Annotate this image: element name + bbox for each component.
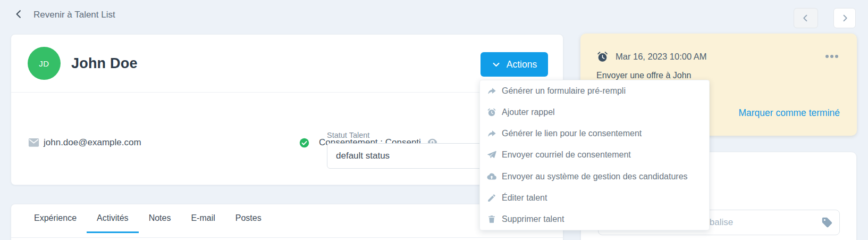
back-link[interactable]: Revenir à Talent List — [14, 9, 115, 21]
actions-menu-item[interactable]: Générer un formulaire pré-rempli — [480, 80, 709, 102]
next-talent-button[interactable] — [833, 8, 856, 28]
tab-activites[interactable]: Activités — [87, 204, 139, 233]
tab-label: Notes — [149, 213, 171, 223]
actions-button[interactable]: Actions — [481, 52, 548, 77]
back-link-label: Revenir à Talent List — [33, 10, 115, 20]
actions-menu-item[interactable]: Éditer talent — [480, 187, 709, 209]
reminder-datetime: Mar 16, 2023 10:00 AM — [616, 52, 707, 62]
tab-e-mail[interactable]: E-mail — [181, 204, 225, 233]
chevron-left-icon — [14, 9, 24, 21]
mark-complete-link[interactable]: Marquer comme terminé — [738, 107, 840, 119]
alarm-icon — [487, 107, 496, 117]
reminder-title: Envoyer une offre à John — [596, 71, 692, 80]
cloud-upload-icon — [487, 172, 496, 181]
email-row: john.doe@example.com — [28, 136, 141, 149]
actions-menu-item[interactable]: Générer le lien pour le consentement — [480, 123, 709, 144]
previous-talent-button[interactable] — [794, 8, 818, 28]
share-icon — [487, 86, 496, 96]
actions-button-label: Actions — [507, 59, 537, 70]
reminder-header: Mar 16, 2023 10:00 AM — [596, 51, 707, 63]
pencil-icon — [487, 193, 496, 203]
tab-label: E-mail — [191, 213, 215, 223]
chevron-right-icon — [840, 13, 849, 23]
actions-menu-item[interactable]: Supprimer talent — [480, 209, 709, 230]
status-field-label: Statut Talent — [327, 131, 369, 139]
tab-postes[interactable]: Postes — [225, 204, 272, 233]
talent-detail-page: Revenir à Talent List JD John Doe Action… — [0, 0, 868, 240]
actions-menu-item[interactable]: Envoyer au système de gestion des candid… — [480, 166, 709, 187]
tab-notes[interactable]: Notes — [139, 204, 181, 233]
check-circle-icon — [299, 138, 309, 148]
envelope-icon — [28, 138, 39, 147]
tab-experience[interactable]: Expérience — [24, 204, 87, 233]
chevron-down-icon — [492, 60, 501, 69]
avatar-initials: JD — [39, 59, 49, 68]
tab-label: Expérience — [34, 213, 77, 223]
ellipsis-menu-icon[interactable] — [825, 53, 839, 60]
alarm-icon — [596, 51, 609, 63]
talent-name: John Doe — [71, 55, 138, 72]
send-icon — [487, 150, 496, 160]
trash-icon — [487, 214, 496, 224]
chevron-left-icon — [801, 13, 811, 23]
actions-menu-item[interactable]: Ajouter rappel — [480, 102, 709, 123]
talent-email: john.doe@example.com — [44, 137, 141, 148]
actions-menu-item[interactable]: Envoyer courriel de consentement — [480, 144, 709, 165]
tab-label: Activités — [97, 213, 129, 223]
tab-label: Postes — [235, 213, 262, 223]
share-icon — [487, 129, 496, 138]
avatar: JD — [28, 47, 61, 80]
actions-dropdown-menu: Générer un formulaire pré-rempli Ajouter… — [479, 80, 710, 230]
tag-icon — [821, 217, 833, 228]
talent-status-value: default status — [336, 151, 390, 161]
